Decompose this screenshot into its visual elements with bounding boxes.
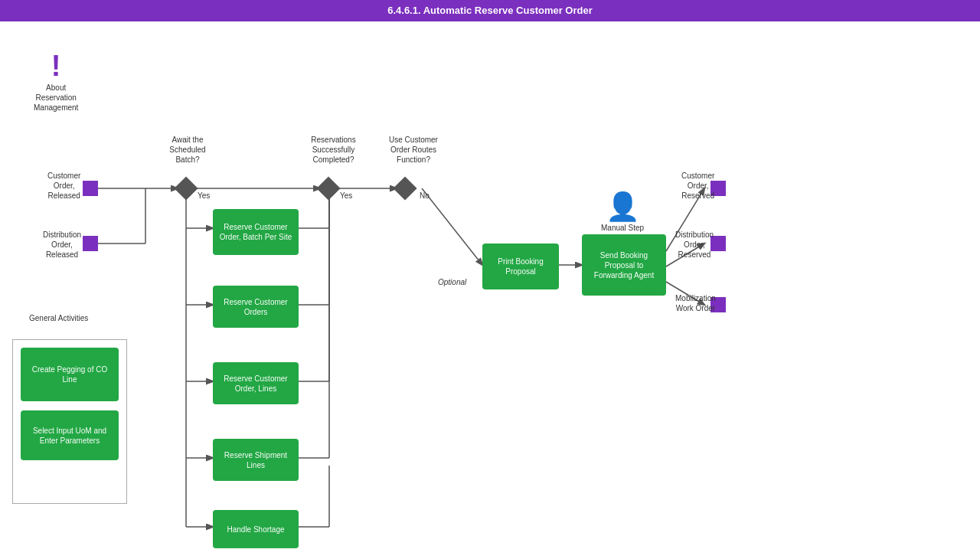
await-batch-gateway xyxy=(174,176,198,200)
general-activities-label: General Activities xyxy=(29,314,88,322)
yes1-label: Yes xyxy=(198,191,210,200)
manual-step: 👤 Manual Step xyxy=(601,191,644,232)
customer-order-released-label: CustomerOrder,Released xyxy=(47,171,80,201)
mobilization-work-order-label: MobilizationWork Order xyxy=(675,293,716,313)
use-routes-gateway xyxy=(393,176,416,200)
customer-order-reserved-label: CustomerOrder,Reserved xyxy=(681,171,714,201)
about-reservation-management[interactable]: ! AboutReservationManagement xyxy=(34,51,78,113)
about-exclamation-icon: ! xyxy=(51,51,61,81)
use-routes-label: Use Customer Order Routes Function? xyxy=(383,135,444,165)
manual-step-label: Manual Step xyxy=(601,224,644,232)
page-title: 6.4.6.1. Automatic Reserve Customer Orde… xyxy=(387,5,593,16)
print-booking-box[interactable]: Print Booking Proposal xyxy=(482,244,559,289)
reserve-orders-box[interactable]: Reserve Customer Orders xyxy=(213,286,299,328)
optional-label: Optional xyxy=(438,278,466,286)
handle-shortage-box[interactable]: Handle Shortage xyxy=(213,510,299,548)
diagram-area: ! AboutReservationManagement CustomerOrd… xyxy=(0,21,980,559)
customer-order-released-node xyxy=(83,181,98,196)
person-icon: 👤 xyxy=(606,191,640,222)
reservations-completed-label: Reservations Successfully Completed? xyxy=(305,135,362,165)
create-pegging-box[interactable]: Create Pegging of CO Line xyxy=(21,348,119,401)
send-booking-box[interactable]: Send Booking Proposal to Forwarding Agen… xyxy=(582,234,666,296)
no-label: No xyxy=(420,191,430,200)
await-batch-label: Await the Scheduled Batch? xyxy=(161,135,214,165)
general-activities-box: Create Pegging of CO Line Select Input U… xyxy=(12,339,127,504)
distribution-order-released-node xyxy=(83,236,98,251)
about-label: AboutReservationManagement xyxy=(34,83,78,113)
title-bar: 6.4.6.1. Automatic Reserve Customer Orde… xyxy=(0,0,980,21)
connectors-svg xyxy=(0,21,980,559)
reserve-lines-box[interactable]: Reserve Customer Order, Lines xyxy=(213,362,299,404)
reserve-shipment-box[interactable]: Reserve Shipment Lines xyxy=(213,439,299,481)
distribution-order-reserved-label: DistributionOrder,Reserved xyxy=(675,230,714,260)
distribution-order-released-label: DistributionOrder,Released xyxy=(43,230,81,260)
select-input-box[interactable]: Select Input UoM and Enter Parameters xyxy=(21,410,119,460)
yes2-label: Yes xyxy=(340,191,352,200)
svg-line-5 xyxy=(422,188,482,265)
reservations-completed-gateway xyxy=(316,176,340,200)
reserve-batch-box[interactable]: Reserve Customer Order, Batch Per Site xyxy=(213,209,299,255)
